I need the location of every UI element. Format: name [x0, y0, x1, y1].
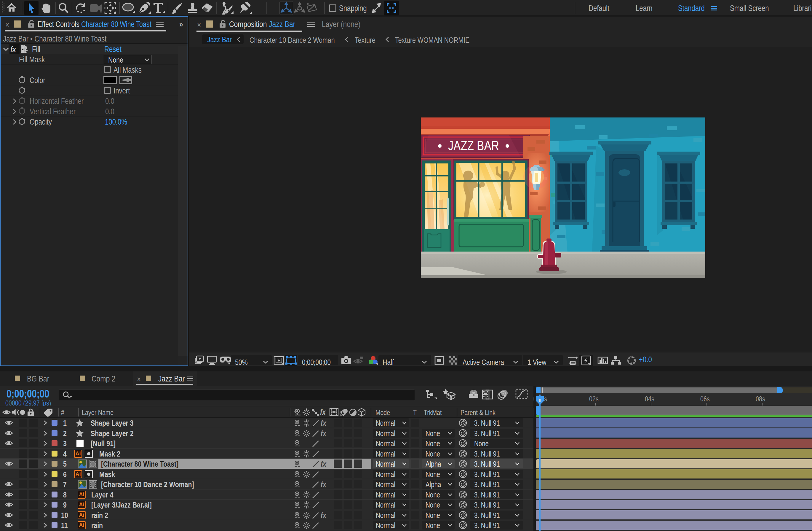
svg-text:JAZZ BAR: JAZZ BAR	[448, 138, 499, 153]
